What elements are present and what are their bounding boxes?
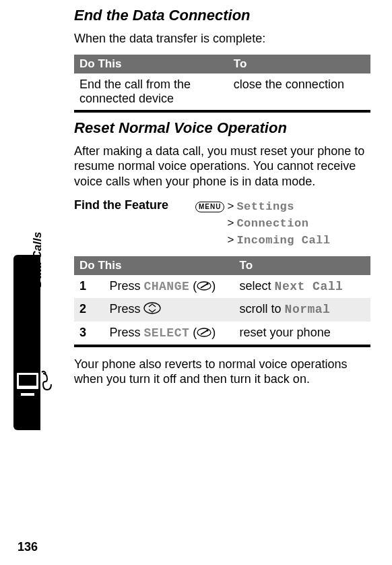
col-to: To xyxy=(234,256,370,275)
option-normal: Normal xyxy=(285,303,331,316)
svg-rect-2 xyxy=(20,392,35,396)
step-to: select Next Call xyxy=(234,275,370,298)
svg-point-8 xyxy=(207,329,209,331)
action-table-1: Do This To End the call from the connect… xyxy=(74,55,370,113)
step-number: 1 xyxy=(74,275,104,298)
step-do: Press xyxy=(104,298,234,322)
col-do-this: Do This xyxy=(74,256,234,275)
cell-to: close the connection xyxy=(228,73,370,110)
find-feature-path: MENU>Settings MENU>Connection MENU>Incom… xyxy=(195,198,370,248)
step-number: 2 xyxy=(74,298,104,322)
section-label: Data Calls xyxy=(31,232,44,287)
step-number: 3 xyxy=(74,322,104,345)
svg-rect-3 xyxy=(24,390,31,392)
table-row: 3 Press SELECT () reset your phone xyxy=(74,322,370,345)
path-connection: Connection xyxy=(236,217,308,230)
text: scroll to xyxy=(240,302,285,316)
svg-rect-1 xyxy=(19,375,36,386)
text: ) xyxy=(211,326,216,339)
gt-icon: > xyxy=(224,200,236,212)
text: ( xyxy=(189,326,197,339)
svg-point-5 xyxy=(207,283,209,285)
find-feature-row: Find the Feature MENU>Settings MENU>Conn… xyxy=(74,198,370,248)
option-next-call: Next Call xyxy=(275,280,344,293)
col-to: To xyxy=(228,55,370,73)
step-to: reset your phone xyxy=(234,322,370,345)
softkey-change: CHANGE xyxy=(143,280,189,293)
table-row: 1 Press CHANGE () select Next Call xyxy=(74,275,370,298)
softkey-select: SELECT xyxy=(143,326,189,340)
intro-text-1: When the data transfer is complete: xyxy=(74,31,370,47)
heading-reset-voice: Reset Normal Voice Operation xyxy=(74,119,370,137)
heading-end-data-connection: End the Data Connection xyxy=(74,7,370,24)
text: Press xyxy=(109,326,143,339)
cell-do: End the call from the connected device xyxy=(74,73,228,110)
text: reset your phone xyxy=(240,326,331,339)
right-softkey-icon xyxy=(197,326,211,340)
intro-text-2: After making a data call, you must reset… xyxy=(74,144,370,189)
gt-icon: > xyxy=(224,216,236,229)
closing-text: Your phone also reverts to normal voice … xyxy=(74,357,370,387)
text: select xyxy=(240,279,275,293)
gt-icon: > xyxy=(224,233,236,246)
page-number: 136 xyxy=(18,540,38,554)
col-do-this: Do This xyxy=(74,55,228,73)
steps-table: Do This To 1 Press CHANGE () select Next… xyxy=(74,256,370,347)
nav-key-icon xyxy=(143,302,161,318)
step-to: scroll to Normal xyxy=(234,298,370,322)
step-do: Press SELECT () xyxy=(104,322,234,345)
path-incoming-call: Incoming Call xyxy=(236,234,330,247)
menu-key-icon: MENU xyxy=(195,202,224,212)
text: Press xyxy=(109,279,143,293)
find-feature-label: Find the Feature xyxy=(74,198,195,212)
table-row: End the call from the connected device c… xyxy=(74,73,370,110)
text: ( xyxy=(189,279,197,293)
computer-phone-icon xyxy=(15,369,57,405)
text: ) xyxy=(211,279,216,293)
text: Press xyxy=(109,302,143,316)
step-do: Press CHANGE () xyxy=(104,275,234,298)
right-softkey-icon xyxy=(197,280,211,294)
table-row: 2 Press scroll to Normal xyxy=(74,298,370,322)
path-settings: Settings xyxy=(236,200,294,213)
